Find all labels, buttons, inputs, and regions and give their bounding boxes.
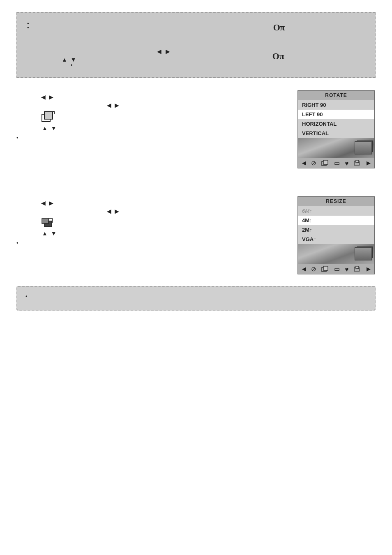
top-bullet-3: • — [71, 62, 76, 68]
page-container: Oπ Oπ • — [0, 0, 392, 323]
rotate-section: • ROTATE RIGHT 90 LEFT 90 HORIZONTAL VER… — [16, 90, 376, 168]
resize-arrow-left-1[interactable] — [41, 200, 46, 206]
svg-rect-11 — [323, 266, 328, 270]
rotate-icon — [41, 111, 55, 123]
resize-lr-row1 — [41, 200, 285, 206]
resize-toolbar-icon-camera[interactable]: ⊘ — [311, 265, 316, 273]
resize-menu-item-3[interactable]: VGA↑ — [298, 235, 374, 244]
rotate-ud-arrows[interactable] — [42, 125, 285, 131]
rotate-menu-item-3[interactable]: VERTICAL — [298, 129, 374, 138]
resize-icon-row — [41, 217, 285, 228]
resize-toolbar-arrow-left[interactable]: ◀ — [302, 266, 306, 272]
toolbar-arrow-right[interactable]: ▶ — [367, 160, 370, 166]
resize-toolbar-arrow-right[interactable]: ▶ — [367, 266, 370, 272]
resize-toolbar-icon-export[interactable] — [354, 266, 361, 272]
toolbar-icon-camera[interactable]: ⊘ — [311, 159, 316, 167]
resize-ud-arrows[interactable] — [42, 230, 285, 237]
spacing-1 — [16, 180, 376, 196]
resize-menu-toolbar: ◀ ⊘ ▭ ♥ — [298, 264, 374, 274]
toolbar-icon-copy[interactable] — [321, 160, 329, 166]
svg-rect-3 — [323, 160, 328, 164]
resize-left-col: • — [16, 196, 285, 274]
svg-rect-7 — [42, 219, 48, 223]
top-info-box: Oπ Oπ • — [16, 12, 376, 78]
rotate-menu-title: ROTATE — [298, 91, 374, 100]
rotate-arrow-right-2[interactable] — [115, 102, 119, 108]
resize-arrow-up[interactable] — [42, 230, 48, 237]
rotate-arrow-down[interactable] — [51, 125, 57, 131]
resize-menu-thumbnail — [298, 244, 375, 264]
resize-lr-row2 — [107, 208, 119, 214]
rotate-menu-toolbar: ◀ ⊘ ▭ ♥ — [298, 158, 374, 168]
resize-arrow-left-2[interactable] — [107, 208, 111, 214]
resize-arrow-right-1[interactable] — [49, 200, 53, 206]
rotate-arrow-left-1[interactable] — [41, 94, 46, 100]
rotate-menu-item-1[interactable]: LEFT 90 — [298, 110, 374, 119]
resize-toolbar-icon-copy[interactable] — [321, 266, 329, 272]
resize-menu-col: RESIZE 6M↑ 4M↑ 2M↑ VGA↑ ◀ ⊘ — [297, 196, 376, 274]
resize-toolbar-icon-frame[interactable]: ▭ — [334, 265, 340, 273]
arrow-left-1[interactable] — [157, 48, 161, 55]
rotate-left-col: • — [16, 90, 285, 168]
rotate-menu-thumbnail — [298, 138, 375, 158]
rotate-menu-col: ROTATE RIGHT 90 LEFT 90 HORIZONTAL VERTI… — [297, 90, 376, 168]
toolbar-icon-export[interactable] — [354, 160, 361, 166]
lr-arrows-top[interactable] — [157, 48, 170, 55]
on-badge-2: Oπ — [272, 51, 284, 62]
resize-arrow-right-2[interactable] — [115, 208, 119, 214]
rotate-arrow-up[interactable] — [42, 125, 48, 131]
resize-menu-title: RESIZE — [298, 197, 374, 206]
arrow-up-1[interactable] — [62, 56, 67, 63]
bottom-info-box — [16, 286, 376, 311]
rotate-menu-item-0[interactable]: RIGHT 90 — [298, 100, 374, 110]
on-badge-1: Oπ — [273, 22, 284, 33]
toolbar-icon-frame[interactable]: ▭ — [334, 159, 340, 167]
rotate-menu-popup: ROTATE RIGHT 90 LEFT 90 HORIZONTAL VERTI… — [297, 90, 375, 168]
resize-menu-item-2[interactable]: 2M↑ — [298, 225, 374, 235]
resize-toolbar-icon-heart[interactable]: ♥ — [345, 266, 349, 273]
toolbar-arrow-left[interactable]: ◀ — [302, 160, 306, 166]
rotate-arrow-right-1[interactable] — [49, 94, 53, 100]
resize-section: • RESIZE 6M↑ 4M↑ 2M↑ VGA↑ — [16, 196, 376, 274]
rotate-icon-row — [41, 111, 285, 123]
svg-rect-1 — [44, 112, 53, 119]
rotate-arrow-left-2[interactable] — [107, 102, 111, 108]
rotate-lr-row2 — [107, 102, 119, 108]
resize-arrow-down[interactable] — [51, 230, 57, 237]
resize-menu-item-0[interactable]: 6M↑ — [298, 206, 374, 216]
resize-icon — [41, 217, 54, 228]
arrow-right-1[interactable] — [166, 48, 170, 55]
resize-menu-popup: RESIZE 6M↑ 4M↑ 2M↑ VGA↑ ◀ ⊘ — [297, 196, 375, 274]
resize-menu-item-1[interactable]: 4M↑ — [298, 216, 374, 225]
rotate-menu-item-2[interactable]: HORIZONTAL — [298, 119, 374, 129]
rotate-lr-row1 — [41, 94, 285, 100]
toolbar-icon-heart[interactable]: ♥ — [345, 160, 349, 167]
